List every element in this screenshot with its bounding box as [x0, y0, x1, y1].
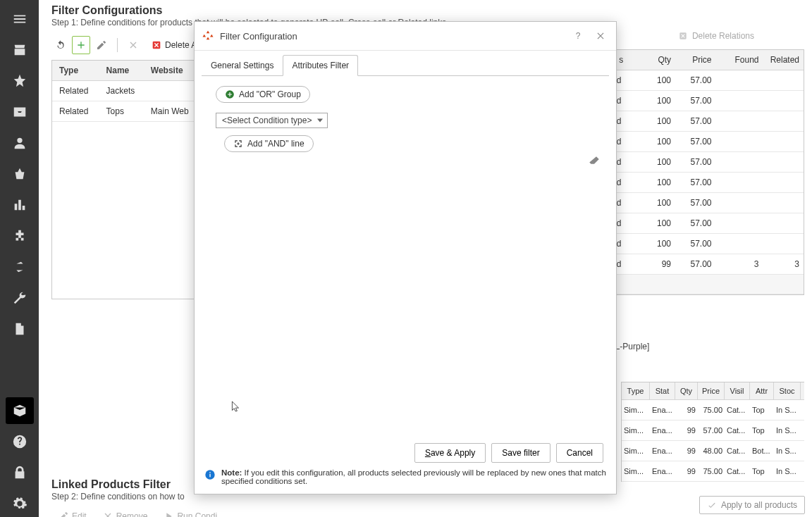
results-row[interactable]: ed10057.00 — [608, 132, 804, 152]
product-row[interactable]: Sim...Ena...9975.00Cat...TopIn S... — [622, 461, 804, 482]
results-row[interactable]: ed10057.00 — [608, 213, 804, 234]
nav-wrench-icon[interactable] — [6, 285, 34, 311]
modal-title: Filter Configuration — [220, 31, 564, 42]
filter-grid: Type Name Website Related Jackets Relate… — [51, 60, 199, 299]
refresh-button[interactable] — [51, 36, 70, 54]
filter-row[interactable]: Related Tops Main Web — [52, 101, 199, 122]
save-apply-button[interactable]: Save & Apply — [414, 443, 486, 463]
results-row[interactable]: ed10057.00 — [608, 152, 804, 173]
page-title: Filter Configurations — [51, 4, 805, 17]
nav-transfer-icon[interactable] — [6, 254, 34, 280]
svg-rect-4 — [209, 474, 210, 478]
nav-gear-icon[interactable] — [6, 490, 34, 517]
results-row[interactable]: ed10057.00 — [608, 70, 804, 91]
results-row[interactable]: ed10057.00 — [608, 234, 804, 254]
save-filter-button[interactable]: Save filter — [491, 443, 550, 463]
col-name[interactable]: Name — [99, 61, 144, 80]
linked-product-code: 8-XL-Purple] — [601, 337, 805, 356]
add-button[interactable] — [72, 36, 90, 54]
product-table: Type Stat Qty Price Visil Attr Stoc Sim.… — [621, 382, 804, 482]
col-website[interactable]: Website — [144, 61, 199, 80]
results-row[interactable]: ed10057.00 — [608, 111, 804, 132]
results-row[interactable]: ed9957.0033 — [608, 254, 804, 275]
results-row[interactable]: ed10057.00 — [608, 193, 804, 213]
nav-box-icon[interactable] — [6, 397, 34, 424]
product-row[interactable]: Sim...Ena...9948.00Cat...Bot...In S... — [622, 441, 804, 461]
edit-button[interactable] — [92, 36, 111, 54]
condition-type-select[interactable]: <Select Condition type> — [216, 113, 328, 128]
add-and-line-button[interactable]: Add "AND" line — [224, 135, 314, 152]
svg-rect-5 — [209, 472, 210, 473]
nav-menu-icon[interactable] — [6, 6, 34, 32]
filter-config-modal: Filter Configuration ? General Settings … — [194, 21, 617, 494]
nav-star-icon[interactable] — [6, 68, 34, 94]
tab-general-settings[interactable]: General Settings — [202, 55, 283, 76]
nav-chart-icon[interactable] — [6, 192, 34, 218]
brand-icon — [202, 30, 214, 42]
linked-run-button[interactable]: Run Condi — [156, 507, 223, 517]
nav-docs-icon[interactable] — [6, 316, 34, 342]
sidebar — [0, 0, 39, 517]
results-grid: s Qty Price Found Related ed10057.00ed10… — [607, 49, 804, 295]
delete-relations-button[interactable]: Delete Relations — [678, 31, 754, 41]
nav-inbox-icon[interactable] — [6, 99, 34, 125]
col-found[interactable]: Found — [716, 50, 763, 70]
delete-button[interactable] — [124, 36, 142, 54]
nav-help-icon[interactable] — [6, 428, 34, 455]
product-row[interactable]: Sim...Ena...9957.00Cat...TopIn S... — [622, 421, 804, 441]
nav-store-icon[interactable] — [6, 37, 34, 63]
nav-lock-icon[interactable] — [6, 459, 34, 486]
tab-attributes-filter[interactable]: Attributes Filter — [283, 55, 358, 76]
cancel-button[interactable]: Cancel — [556, 443, 603, 463]
product-row[interactable]: Sim...Ena...9975.00Cat...TopIn S... — [622, 400, 804, 421]
nav-user-icon[interactable] — [6, 130, 34, 156]
add-or-group-button[interactable]: Add "OR" Group — [216, 86, 310, 103]
results-row[interactable]: ed10057.00 — [608, 173, 804, 193]
modal-help-button[interactable]: ? — [570, 27, 586, 44]
filter-row[interactable]: Related Jackets — [52, 81, 199, 101]
col-price[interactable]: Price — [675, 50, 716, 70]
linked-edit-button[interactable]: Edit — [51, 507, 93, 517]
linked-remove-button[interactable]: Remove — [96, 507, 154, 517]
col-related[interactable]: Related — [763, 50, 804, 70]
col-qty[interactable]: Qty — [635, 50, 676, 70]
modal-close-button[interactable] — [592, 27, 609, 44]
modal-note: Note: If you edit this configuration, al… — [202, 466, 609, 488]
results-row[interactable]: ed10057.00 — [608, 91, 804, 111]
nav-basket-icon[interactable] — [6, 161, 34, 187]
apply-all-button[interactable]: Apply to all products — [699, 496, 805, 514]
eraser-icon[interactable] — [588, 155, 601, 170]
col-type[interactable]: Type — [52, 61, 99, 80]
nav-puzzle-icon[interactable] — [6, 223, 34, 249]
info-icon — [204, 469, 216, 480]
